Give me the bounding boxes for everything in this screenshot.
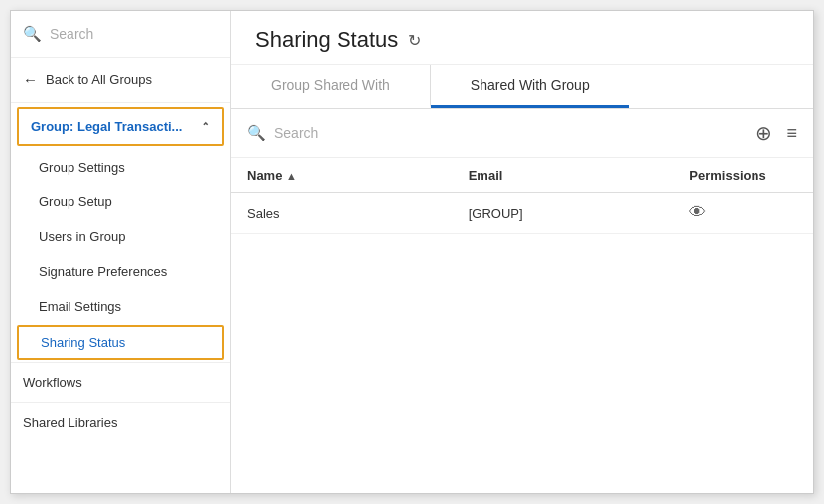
sidebar-item-workflows[interactable]: Workflows [11,362,230,402]
back-arrow-icon: ← [23,71,38,88]
group-name-label: Group: Legal Transacti... [31,119,182,134]
sharing-status-label: Sharing Status [41,335,125,350]
sidebar-item-sharing-status[interactable]: Sharing Status [17,325,224,360]
group-settings-label: Group Settings [39,160,125,175]
sidebar-item-shared-libraries[interactable]: Shared Libraries [11,402,230,441]
page-title: Sharing Status [255,27,398,64]
tab-shared-with-group[interactable]: Shared With Group [431,65,629,108]
sidebar-item-signature-preferences[interactable]: Signature Preferences [11,254,230,289]
sidebar-item-group-settings[interactable]: Group Settings [11,150,230,185]
tab-shared-with-group-label: Shared With Group [471,77,590,93]
sidebar-item-group-setup[interactable]: Group Setup [11,185,230,219]
permissions-column-label: Permissions [689,168,765,183]
main-search-placeholder: Search [274,125,318,141]
main-content: Sharing Status ↻ Group Shared With Share… [231,11,813,493]
refresh-icon[interactable]: ↻ [408,31,421,62]
add-icon[interactable]: ⊕ [755,121,772,145]
sidebar-item-email-settings[interactable]: Email Settings [11,289,230,323]
menu-icon[interactable]: ≡ [786,123,797,144]
row-name-value: Sales [247,206,280,221]
search-icon: 🔍 [23,25,42,43]
main-search-box[interactable]: 🔍 Search [247,124,746,142]
main-search-icon: 🔍 [247,124,266,142]
sharing-table: Name ▲ Email Permissions [231,158,813,234]
email-settings-label: Email Settings [39,299,121,314]
shared-libraries-label: Shared Libraries [23,415,117,430]
tab-group-shared-with-label: Group Shared With [271,77,390,93]
signature-preferences-label: Signature Preferences [39,264,167,279]
sidebar-search-label: Search [50,26,93,42]
cell-name: Sales [231,193,453,234]
column-header-email: Email [453,158,674,193]
chevron-up-icon: ⌃ [201,120,210,134]
sidebar-nav: Group Settings Group Setup Users in Grou… [11,150,230,493]
sidebar-search-bar[interactable]: 🔍 Search [11,11,230,58]
sidebar: 🔍 Search ← Back to All Groups Group: Leg… [11,11,231,493]
row-email-value: [GROUP] [469,206,523,221]
cell-permissions: 👁 [673,193,813,234]
group-header[interactable]: Group: Legal Transacti... ⌃ [17,107,224,146]
table-body: Sales [GROUP] 👁 [231,193,813,234]
tabs-row: Group Shared With Shared With Group [231,65,813,109]
sidebar-item-users-in-group[interactable]: Users in Group [11,219,230,254]
name-column-label: Name [247,168,282,183]
table-container: Name ▲ Email Permissions [231,158,813,493]
permissions-view-icon[interactable]: 👁 [689,203,706,222]
sort-asc-icon: ▲ [286,170,297,182]
page-header: Sharing Status ↻ [231,11,813,65]
cell-email: [GROUP] [453,193,674,234]
toolbar: 🔍 Search ⊕ ≡ [231,109,813,158]
column-header-name: Name ▲ [231,158,453,193]
back-to-groups-button[interactable]: ← Back to All Groups [11,58,230,103]
table-row: Sales [GROUP] 👁 [231,193,813,234]
group-setup-label: Group Setup [39,194,112,209]
back-to-groups-label: Back to All Groups [46,72,152,87]
column-header-permissions: Permissions [673,158,813,193]
table-header-row: Name ▲ Email Permissions [231,158,813,193]
tab-group-shared-with[interactable]: Group Shared With [231,65,431,108]
workflows-label: Workflows [23,375,82,390]
users-in-group-label: Users in Group [39,229,125,244]
email-column-label: Email [469,168,503,183]
toolbar-actions: ⊕ ≡ [755,121,797,145]
